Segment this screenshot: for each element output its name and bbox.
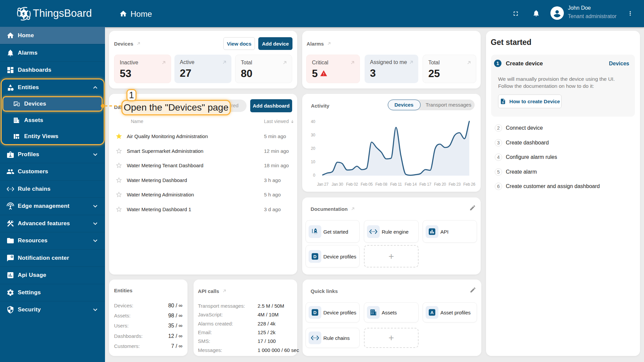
svg-text:D: D [313,310,316,315]
svg-text:D: D [313,254,316,259]
svg-text:A: A [430,310,434,315]
